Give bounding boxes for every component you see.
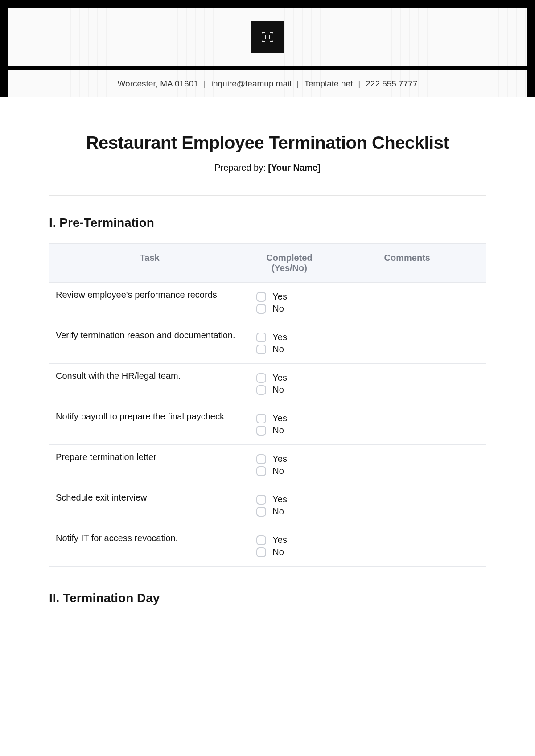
header-logo-area [8,8,527,66]
separator: | [358,79,360,89]
task-cell: Consult with the HR/legal team. [49,364,250,404]
task-cell: Schedule exit interview [49,485,250,526]
no-label: No [272,385,284,395]
checkbox-no[interactable] [256,547,266,557]
prepared-label: Prepared by: [214,163,268,173]
task-cell: Notify IT for access revocation. [49,526,250,567]
contact-site: Template.net [305,79,353,89]
completed-cell: YesNo [250,445,329,485]
separator: | [204,79,206,89]
checkbox-no[interactable] [256,304,266,314]
contact-email: inquire@teamup.mail [211,79,292,89]
completed-cell: YesNo [250,283,329,323]
yes-label: Yes [272,373,287,383]
completed-cell: YesNo [250,364,329,404]
contact-address: Worcester, MA 01601 [118,79,198,89]
checkbox-no[interactable] [256,345,266,354]
no-label: No [272,425,284,436]
checkbox-yes[interactable] [256,495,266,505]
task-cell: Notify payroll to prepare the final payc… [49,404,250,445]
prepared-value: [Your Name] [268,163,320,173]
col-completed: Completed (Yes/No) [250,244,329,283]
task-cell: Review employee's performance records [49,283,250,323]
yes-label: Yes [272,454,287,464]
checkbox-yes[interactable] [256,333,266,342]
yes-label: Yes [272,494,287,505]
table-row: Verify termination reason and documentat… [49,323,486,364]
col-comments: Comments [329,244,486,283]
no-label: No [272,304,284,314]
checkbox-no[interactable] [256,385,266,395]
no-label: No [272,466,284,476]
yes-label: Yes [272,535,287,545]
completed-cell: YesNo [250,404,329,445]
yes-label: Yes [272,332,287,342]
checkbox-no[interactable] [256,426,266,436]
completed-cell: YesNo [250,323,329,364]
section-heading-1: I. Pre-Termination [49,216,486,230]
completed-cell: YesNo [250,526,329,567]
checkbox-yes[interactable] [256,535,266,545]
header-separator-bar [8,66,527,70]
contact-info: Worcester, MA 01601 | inquire@teamup.mai… [8,70,527,97]
no-label: No [272,547,284,557]
no-label: No [272,506,284,517]
comments-cell[interactable] [329,485,486,526]
contact-phone: 222 555 7777 [366,79,417,89]
task-cell: Prepare termination letter [49,445,250,485]
comments-cell[interactable] [329,445,486,485]
table-row: Notify payroll to prepare the final payc… [49,404,486,445]
table-row: Prepare termination letterYesNo [49,445,486,485]
col-task: Task [49,244,250,283]
section-heading-2: II. Termination Day [49,591,486,605]
comments-cell[interactable] [329,364,486,404]
separator: | [297,79,299,89]
comments-cell[interactable] [329,323,486,364]
table-row: Notify IT for access revocation.YesNo [49,526,486,567]
table-row: Review employee's performance recordsYes… [49,283,486,323]
logo-icon [251,21,284,53]
checkbox-yes[interactable] [256,292,266,302]
comments-cell[interactable] [329,283,486,323]
task-cell: Verify termination reason and documentat… [49,323,250,364]
prepared-by: Prepared by: [Your Name] [49,163,486,173]
completed-cell: YesNo [250,485,329,526]
comments-cell[interactable] [329,526,486,567]
divider [49,195,486,196]
checkbox-no[interactable] [256,507,266,517]
yes-label: Yes [272,413,287,423]
document-title: Restaurant Employee Termination Checklis… [49,133,486,153]
table-row: Consult with the HR/legal team.YesNo [49,364,486,404]
checkbox-no[interactable] [256,466,266,476]
checklist-table-1: Task Completed (Yes/No) Comments Review … [49,243,486,567]
checkbox-yes[interactable] [256,414,266,423]
table-row: Schedule exit interviewYesNo [49,485,486,526]
no-label: No [272,344,284,354]
checkbox-yes[interactable] [256,373,266,383]
checkbox-yes[interactable] [256,454,266,464]
comments-cell[interactable] [329,404,486,445]
yes-label: Yes [272,292,287,302]
